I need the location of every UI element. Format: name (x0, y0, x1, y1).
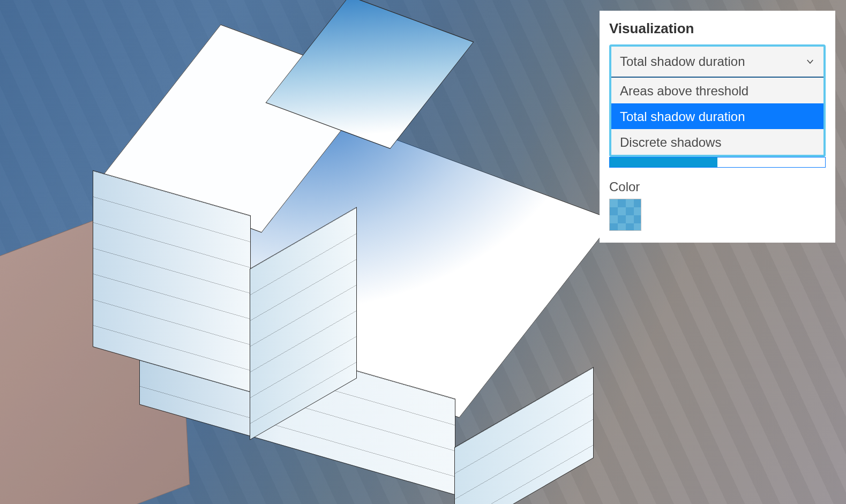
dropdown-option-discrete-shadows[interactable]: Discrete shadows (611, 129, 823, 155)
duration-slider-fill (610, 157, 717, 167)
dropdown-option-total-shadow-duration[interactable]: Total shadow duration (611, 103, 823, 129)
dropdown-selected-label: Total shadow duration (620, 54, 745, 69)
panel-title: Visualization (609, 20, 826, 37)
dropdown-list: Areas above threshold Total shadow durat… (611, 78, 823, 155)
visualization-panel: Visualization Total shadow duration Area… (600, 11, 835, 243)
visualization-dropdown[interactable]: Total shadow duration Areas above thresh… (609, 44, 826, 157)
duration-slider[interactable] (609, 157, 826, 168)
dropdown-header[interactable]: Total shadow duration (611, 47, 823, 78)
color-label: Color (609, 179, 826, 194)
color-swatch[interactable] (609, 199, 641, 231)
dropdown-option-areas-above-threshold[interactable]: Areas above threshold (611, 78, 823, 103)
chevron-down-icon (805, 57, 815, 66)
